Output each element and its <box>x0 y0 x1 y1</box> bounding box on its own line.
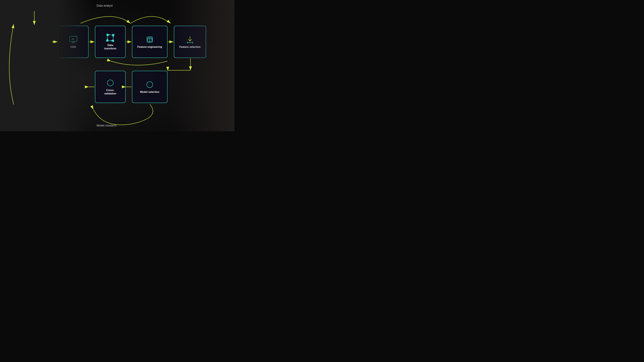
circular-arrows-cross-validation-icon <box>106 78 115 87</box>
person-silhouette <box>0 0 94 131</box>
data-analyst-label: Data analyst <box>96 4 113 7</box>
data-transform-box: Datatransform <box>95 26 126 58</box>
circular-arrows-data-transform-icon <box>106 33 115 42</box>
data-transform-label: Datatransform <box>104 44 116 50</box>
cross-validation-label: Cross-validation <box>104 89 116 95</box>
right-texture <box>151 0 234 131</box>
cross-validation-box: Cross-validation <box>95 71 126 103</box>
model-research-label: Model research <box>96 124 116 127</box>
